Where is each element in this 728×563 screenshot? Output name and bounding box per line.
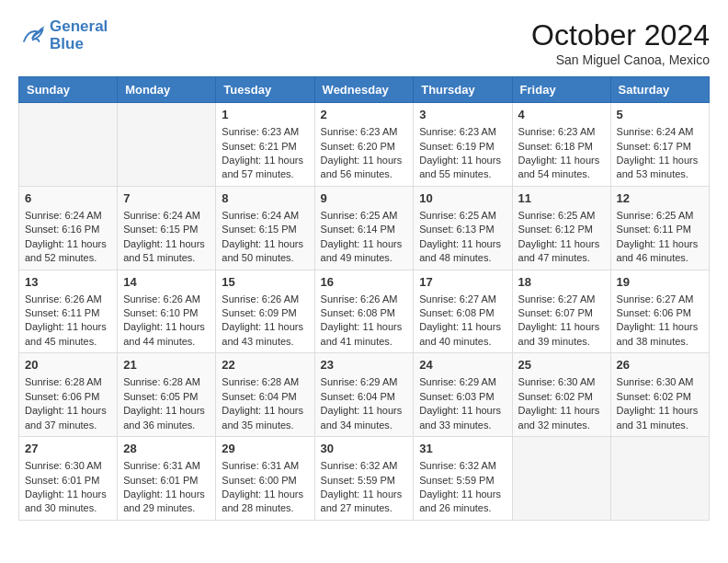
day-number: 29 — [222, 441, 308, 457]
daylight-text: Daylight: 11 hours and 39 minutes. — [518, 320, 605, 349]
cell-content: 18Sunrise: 6:27 AMSunset: 6:07 PMDayligh… — [518, 274, 605, 350]
calendar-cell: 18Sunrise: 6:27 AMSunset: 6:07 PMDayligh… — [512, 270, 610, 353]
sunset-text: Sunset: 6:11 PM — [617, 223, 703, 236]
day-number: 18 — [518, 274, 605, 291]
sunset-text: Sunset: 6:08 PM — [419, 306, 506, 320]
day-number: 5 — [617, 107, 703, 123]
day-number: 10 — [419, 190, 506, 207]
sunset-text: Sunset: 6:04 PM — [321, 390, 408, 404]
day-number: 23 — [321, 357, 408, 373]
daylight-text: Daylight: 11 hours and 46 minutes. — [617, 237, 703, 266]
sunset-text: Sunset: 6:06 PM — [617, 306, 703, 320]
cell-content: 27Sunrise: 6:30 AMSunset: 6:01 PMDayligh… — [25, 441, 111, 516]
calendar-cell: 23Sunrise: 6:29 AMSunset: 6:04 PMDayligh… — [314, 353, 414, 437]
daylight-text: Daylight: 11 hours and 30 minutes. — [25, 488, 111, 516]
day-number: 26 — [617, 357, 703, 373]
weekday-header-saturday: Saturday — [610, 77, 709, 103]
calendar-cell: 25Sunrise: 6:30 AMSunset: 6:02 PMDayligh… — [512, 353, 610, 437]
day-number: 7 — [123, 190, 210, 207]
sunset-text: Sunset: 6:19 PM — [419, 140, 506, 154]
cell-content: 21Sunrise: 6:28 AMSunset: 6:05 PMDayligh… — [123, 357, 210, 432]
day-number: 21 — [123, 357, 210, 373]
sunset-text: Sunset: 6:21 PM — [222, 140, 308, 154]
daylight-text: Daylight: 11 hours and 55 minutes. — [419, 154, 506, 182]
day-number: 12 — [617, 190, 703, 207]
sunset-text: Sunset: 6:00 PM — [222, 474, 308, 488]
sunset-text: Sunset: 6:14 PM — [321, 223, 408, 236]
cell-content: 8Sunrise: 6:24 AMSunset: 6:15 PMDaylight… — [222, 190, 308, 266]
sunset-text: Sunset: 6:11 PM — [25, 306, 111, 320]
day-number: 16 — [321, 274, 408, 291]
sunset-text: Sunset: 6:04 PM — [222, 390, 308, 404]
calendar-cell: 11Sunrise: 6:25 AMSunset: 6:12 PMDayligh… — [512, 186, 610, 270]
day-number: 13 — [25, 274, 111, 291]
calendar-cell: 3Sunrise: 6:23 AMSunset: 6:19 PMDaylight… — [414, 103, 512, 187]
calendar-cell: 2Sunrise: 6:23 AMSunset: 6:20 PMDaylight… — [314, 103, 414, 187]
location: San Miguel Canoa, Mexico — [531, 52, 710, 67]
calendar-cell: 19Sunrise: 6:27 AMSunset: 6:06 PMDayligh… — [610, 270, 709, 353]
daylight-text: Daylight: 11 hours and 34 minutes. — [321, 404, 408, 432]
cell-content: 12Sunrise: 6:25 AMSunset: 6:11 PMDayligh… — [617, 190, 703, 266]
calendar-cell: 28Sunrise: 6:31 AMSunset: 6:01 PMDayligh… — [118, 437, 216, 521]
cell-content: 31Sunrise: 6:32 AMSunset: 5:59 PMDayligh… — [419, 441, 506, 516]
day-number: 6 — [25, 190, 111, 207]
day-number: 30 — [321, 441, 408, 457]
daylight-text: Daylight: 11 hours and 45 minutes. — [25, 320, 111, 349]
sunset-text: Sunset: 6:13 PM — [419, 223, 506, 236]
calendar-cell: 1Sunrise: 6:23 AMSunset: 6:21 PMDaylight… — [216, 103, 314, 187]
calendar-cell: 4Sunrise: 6:23 AMSunset: 6:18 PMDaylight… — [512, 103, 610, 187]
sunrise-text: Sunrise: 6:27 AM — [617, 293, 703, 306]
daylight-text: Daylight: 11 hours and 56 minutes. — [321, 154, 408, 182]
weekday-header-row: SundayMondayTuesdayWednesdayThursdayFrid… — [19, 77, 710, 103]
day-number: 8 — [222, 190, 308, 207]
week-row-4: 20Sunrise: 6:28 AMSunset: 6:06 PMDayligh… — [19, 353, 710, 437]
daylight-text: Daylight: 11 hours and 37 minutes. — [25, 404, 111, 432]
cell-content: 30Sunrise: 6:32 AMSunset: 5:59 PMDayligh… — [321, 441, 408, 516]
day-number: 19 — [617, 274, 703, 291]
calendar-cell: 24Sunrise: 6:29 AMSunset: 6:03 PMDayligh… — [414, 353, 512, 437]
day-number: 25 — [518, 357, 605, 373]
day-number: 2 — [321, 107, 408, 123]
cell-content: 17Sunrise: 6:27 AMSunset: 6:08 PMDayligh… — [419, 274, 506, 350]
calendar-cell: 10Sunrise: 6:25 AMSunset: 6:13 PMDayligh… — [414, 186, 512, 270]
sunset-text: Sunset: 6:15 PM — [222, 223, 308, 236]
daylight-text: Daylight: 11 hours and 40 minutes. — [419, 320, 506, 349]
sunset-text: Sunset: 6:02 PM — [617, 390, 703, 404]
calendar-cell — [118, 103, 216, 187]
cell-content: 25Sunrise: 6:30 AMSunset: 6:02 PMDayligh… — [518, 357, 605, 432]
logo-icon — [18, 22, 46, 50]
cell-content: 26Sunrise: 6:30 AMSunset: 6:02 PMDayligh… — [617, 357, 703, 432]
calendar-cell: 14Sunrise: 6:26 AMSunset: 6:10 PMDayligh… — [118, 270, 216, 353]
cell-content: 2Sunrise: 6:23 AMSunset: 6:20 PMDaylight… — [321, 107, 408, 182]
day-number: 20 — [25, 357, 111, 373]
sunset-text: Sunset: 6:02 PM — [518, 390, 605, 404]
week-row-2: 6Sunrise: 6:24 AMSunset: 6:16 PMDaylight… — [19, 186, 710, 270]
calendar-cell — [19, 103, 118, 187]
sunset-text: Sunset: 6:18 PM — [518, 140, 605, 154]
sunset-text: Sunset: 6:10 PM — [123, 306, 210, 320]
weekday-header-tuesday: Tuesday — [216, 77, 314, 103]
sunset-text: Sunset: 6:12 PM — [518, 223, 605, 236]
cell-content: 28Sunrise: 6:31 AMSunset: 6:01 PMDayligh… — [123, 441, 210, 516]
sunrise-text: Sunrise: 6:29 AM — [321, 375, 408, 389]
calendar-cell: 15Sunrise: 6:26 AMSunset: 6:09 PMDayligh… — [216, 270, 314, 353]
sunrise-text: Sunrise: 6:24 AM — [123, 209, 210, 223]
sunrise-text: Sunrise: 6:23 AM — [518, 125, 605, 139]
sunset-text: Sunset: 6:17 PM — [617, 140, 703, 154]
sunset-text: Sunset: 6:07 PM — [518, 306, 605, 320]
daylight-text: Daylight: 11 hours and 28 minutes. — [222, 488, 308, 516]
weekday-header-thursday: Thursday — [414, 77, 512, 103]
daylight-text: Daylight: 11 hours and 51 minutes. — [123, 237, 210, 266]
sunrise-text: Sunrise: 6:24 AM — [222, 209, 308, 223]
sunrise-text: Sunrise: 6:27 AM — [518, 293, 605, 306]
cell-content: 16Sunrise: 6:26 AMSunset: 6:08 PMDayligh… — [321, 274, 408, 350]
daylight-text: Daylight: 11 hours and 57 minutes. — [222, 154, 308, 182]
sunset-text: Sunset: 6:03 PM — [419, 390, 506, 404]
sunset-text: Sunset: 5:59 PM — [419, 474, 506, 488]
sunrise-text: Sunrise: 6:27 AM — [419, 293, 506, 306]
daylight-text: Daylight: 11 hours and 35 minutes. — [222, 404, 308, 432]
weekday-header-friday: Friday — [512, 77, 610, 103]
calendar-cell — [512, 437, 610, 521]
sunset-text: Sunset: 6:05 PM — [123, 390, 210, 404]
sunrise-text: Sunrise: 6:23 AM — [321, 125, 408, 139]
